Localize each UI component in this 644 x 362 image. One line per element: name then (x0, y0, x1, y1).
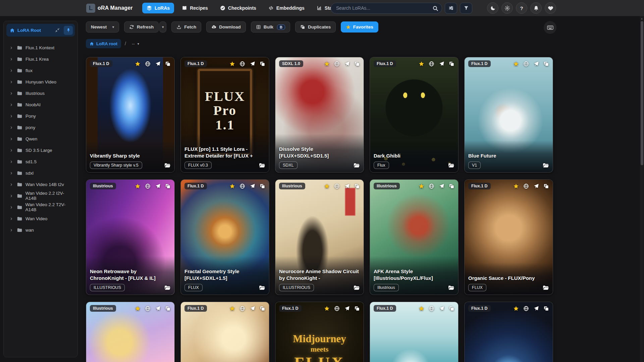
send-icon[interactable] (533, 183, 539, 189)
favorite-star-icon[interactable] (513, 306, 519, 311)
bulk-button[interactable]: Bulk B (251, 21, 290, 33)
lora-card[interactable]: Flux.1 D Blue Future V1 (464, 57, 553, 173)
globe-icon[interactable] (429, 306, 434, 311)
copy-icon[interactable] (165, 61, 171, 67)
folder-open-icon[interactable] (164, 162, 171, 169)
sidebar-folder-item[interactable]: › Wan Video 2.2 T2V-A14B (4, 201, 77, 213)
lora-card[interactable]: Flux.1 D (180, 302, 269, 362)
sliders-filter-button[interactable] (445, 3, 457, 14)
copy-icon[interactable] (543, 306, 549, 311)
sidebar-folder-item[interactable]: › Wan Video 2.2 I2V-A14B (4, 190, 77, 201)
scrollbar-up-arrow[interactable]: ▲ (640, 17, 644, 20)
tab-loras[interactable]: LoRAs (142, 3, 174, 13)
send-icon[interactable] (439, 61, 444, 67)
chevron-right-icon[interactable]: › (10, 193, 14, 198)
favorite-star-icon[interactable] (135, 183, 141, 189)
favorite-star-icon[interactable] (419, 306, 424, 311)
fetch-button[interactable]: Fetch (171, 21, 201, 33)
globe-icon[interactable] (334, 306, 340, 311)
favorite-star-icon[interactable] (419, 61, 424, 67)
folder-open-icon[interactable] (542, 285, 549, 291)
globe-icon[interactable] (523, 183, 529, 189)
chevron-right-icon[interactable]: › (10, 159, 14, 164)
lora-card[interactable]: SDXL 1.0 Dissolve Style [FLUX+SDXL+SD1.5… (275, 57, 364, 173)
copy-icon[interactable] (260, 183, 265, 189)
copy-icon[interactable] (543, 183, 549, 189)
favorite-star-icon[interactable] (229, 61, 235, 67)
duplicates-button[interactable]: Duplicates (295, 21, 336, 33)
sidebar-folder-item[interactable]: › Hunyuan Video (4, 76, 77, 87)
send-icon[interactable] (439, 183, 444, 189)
send-icon[interactable] (533, 306, 539, 311)
globe-icon[interactable] (239, 183, 245, 189)
dark-mode-button[interactable] (487, 2, 498, 14)
send-icon[interactable] (250, 306, 255, 311)
globe-icon[interactable] (429, 183, 434, 189)
sidebar-folder-item[interactable]: › flux (4, 65, 77, 76)
globe-icon[interactable] (334, 183, 340, 189)
chevron-right-icon[interactable]: › (10, 204, 14, 210)
collapse-all-button[interactable] (54, 26, 61, 34)
settings-button[interactable] (501, 2, 513, 14)
tab-embeddings[interactable]: Embeddings (264, 3, 309, 13)
copy-icon[interactable] (354, 183, 360, 189)
globe-icon[interactable] (523, 306, 529, 311)
chevron-right-icon[interactable]: › (10, 182, 14, 187)
chevron-right-icon[interactable]: › (10, 227, 14, 233)
send-icon[interactable] (344, 183, 350, 189)
send-icon[interactable] (250, 183, 255, 189)
lora-card[interactable]: Illustrious (86, 302, 175, 362)
notifications-button[interactable] (530, 2, 542, 14)
sidebar-root-header[interactable]: LoRA Root (6, 24, 75, 37)
chevron-right-icon[interactable]: › (10, 68, 14, 73)
sidebar-folder-item[interactable]: › Qwen (4, 133, 77, 144)
folder-open-icon[interactable] (164, 285, 171, 291)
search-icon[interactable] (432, 5, 438, 11)
copy-icon[interactable] (449, 61, 454, 67)
chevron-right-icon[interactable]: › (10, 136, 14, 141)
copy-icon[interactable] (354, 306, 360, 311)
folder-open-icon[interactable] (259, 285, 265, 291)
favorite-star-icon[interactable] (513, 183, 519, 189)
tab-checkpoints[interactable]: Checkpoints (216, 3, 261, 13)
send-icon[interactable] (344, 306, 350, 311)
folder-open-icon[interactable] (353, 162, 360, 169)
globe-icon[interactable] (145, 183, 151, 189)
chevron-right-icon[interactable]: › (10, 79, 14, 84)
help-button[interactable]: ? (516, 2, 527, 14)
keyboard-shortcuts-button[interactable] (544, 21, 556, 34)
refresh-button[interactable]: Refresh (124, 21, 159, 33)
lora-card[interactable]: Flux.1 D Dark Ghibli Flux (370, 57, 459, 173)
favorite-star-icon[interactable] (229, 183, 235, 189)
sidebar-folder-item[interactable]: › wan (4, 224, 77, 236)
copy-icon[interactable] (165, 306, 171, 311)
sidebar-folder-item[interactable]: › Pony (4, 110, 77, 122)
chevron-right-icon[interactable]: › (10, 147, 14, 153)
favorite-star-icon[interactable] (135, 61, 141, 67)
copy-icon[interactable] (449, 183, 454, 189)
sidebar-folder-item[interactable]: › NoobAI (4, 99, 77, 110)
copy-icon[interactable] (449, 306, 454, 311)
folder-open-icon[interactable] (542, 162, 549, 169)
copy-icon[interactable] (543, 61, 549, 67)
chevron-right-icon[interactable]: › (10, 56, 14, 62)
favorites-filter-button[interactable]: ★ Favorites (341, 21, 378, 33)
pin-sidebar-button[interactable] (64, 26, 73, 35)
chevron-right-icon[interactable]: › (10, 216, 14, 221)
globe-icon[interactable] (145, 61, 151, 67)
chevron-right-icon[interactable]: › (10, 125, 14, 130)
chevron-right-icon[interactable]: › (10, 45, 14, 50)
lora-card[interactable]: Flux.1 D Organic Sauce - FLUX/Pony FLUX (464, 179, 553, 295)
copy-icon[interactable] (165, 183, 171, 189)
globe-icon[interactable] (239, 306, 245, 311)
lora-card[interactable]: Illustrious AFK Arena Style [Illustrious… (370, 179, 459, 295)
send-icon[interactable] (344, 61, 350, 67)
tab-recipes[interactable]: Recipes (177, 3, 212, 13)
globe-icon[interactable] (334, 61, 340, 67)
lora-card[interactable]: FLUXPro1.1 Flux.1 D FLUX [pro] 1.1 Style… (180, 57, 269, 173)
sidebar-folder-item[interactable]: › Flux.1 Krea (4, 53, 77, 65)
breadcrumb-folder-select[interactable]: -- ▾ (130, 41, 141, 47)
funnel-filter-button[interactable] (460, 3, 472, 14)
globe-icon[interactable] (239, 61, 245, 67)
lora-card[interactable]: Flux.1 D (370, 302, 459, 362)
